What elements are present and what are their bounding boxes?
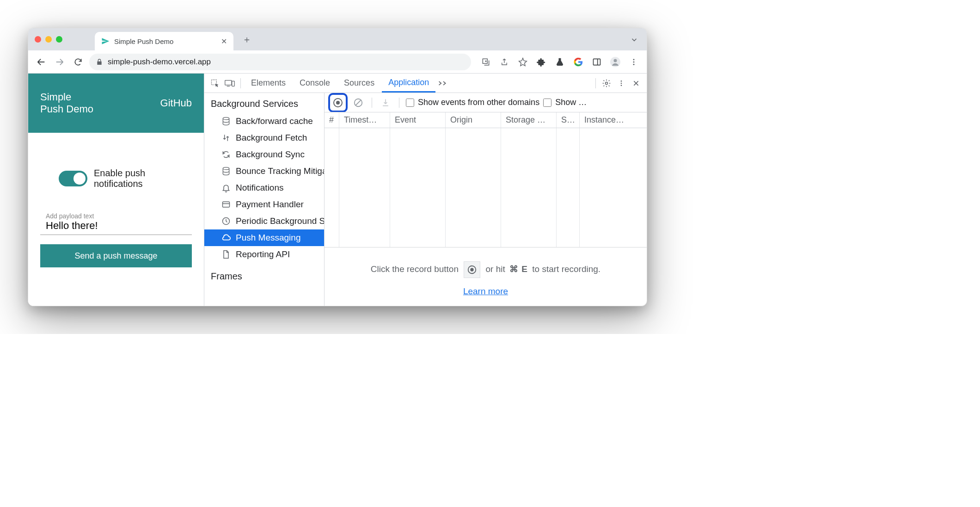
- sidebar-item-back-forward-cache[interactable]: Back/forward cache: [204, 113, 324, 130]
- sync-icon: [221, 149, 231, 160]
- sidebar-section-frames: Frames: [204, 263, 324, 285]
- back-button[interactable]: [34, 55, 49, 69]
- clock-icon: [221, 216, 231, 226]
- forward-button[interactable]: [52, 55, 67, 69]
- sidebar-item-push-messaging[interactable]: Push Messaging: [204, 229, 324, 246]
- send-push-button[interactable]: Send a push message: [40, 244, 192, 267]
- svg-point-25: [471, 268, 474, 271]
- sidebar-item-background-sync[interactable]: Background Sync: [204, 146, 324, 163]
- tab-console[interactable]: Console: [293, 74, 337, 93]
- install-app-icon[interactable]: [478, 55, 493, 69]
- svg-point-4: [633, 59, 635, 60]
- tab-elements[interactable]: Elements: [245, 74, 292, 93]
- col-sw[interactable]: S…: [557, 112, 580, 128]
- database-icon: [221, 166, 231, 176]
- col-instance[interactable]: Instance…: [580, 112, 647, 128]
- profile-avatar-icon[interactable]: [608, 55, 623, 69]
- tab-close-button[interactable]: ✕: [221, 37, 227, 46]
- devtools-action-bar: Show events from other domains Show …: [325, 93, 647, 112]
- col-event[interactable]: Event: [390, 112, 446, 128]
- show-other-domains-checkbox[interactable]: Show events from other domains: [406, 98, 539, 107]
- tab-title: Simple Push Demo: [114, 37, 216, 45]
- paper-plane-icon: [101, 37, 110, 45]
- payload-label: Add payload text: [46, 212, 186, 220]
- reload-button[interactable]: [71, 55, 86, 69]
- github-link[interactable]: GitHub: [160, 97, 192, 109]
- window-maximize-button[interactable]: [56, 36, 62, 43]
- bookmark-star-icon[interactable]: [515, 55, 530, 69]
- sidebar-item-bounce-tracking[interactable]: Bounce Tracking Mitigations: [204, 163, 324, 179]
- col-storage[interactable]: Storage …: [501, 112, 557, 128]
- browser-menu-icon[interactable]: [626, 55, 641, 69]
- sidebar-item-periodic-background[interactable]: Periodic Background Sync: [204, 213, 324, 229]
- col-origin[interactable]: Origin: [446, 112, 501, 128]
- page-header: Simple Push Demo GitHub: [28, 74, 204, 133]
- payload-field[interactable]: Add payload text: [40, 208, 192, 235]
- more-tabs-icon[interactable]: [436, 76, 450, 90]
- url-text: simple-push-demo.vercel.app: [108, 57, 211, 67]
- svg-point-16: [223, 167, 229, 170]
- devtools-main: Show events from other domains Show … # …: [325, 93, 647, 306]
- devtools-panel: Elements Console Sources Application: [204, 74, 647, 306]
- browser-window: Simple Push Demo ✕ ＋ simple-push-demo.ve…: [28, 28, 647, 306]
- address-bar[interactable]: simple-push-demo.vercel.app: [89, 54, 471, 70]
- browser-toolbar: simple-push-demo.vercel.app: [28, 50, 647, 74]
- devtools-tab-bar: Elements Console Sources Application: [204, 74, 647, 93]
- svg-rect-17: [223, 202, 230, 207]
- sidebar-item-notifications[interactable]: Notifications: [204, 179, 324, 196]
- extensions-icon[interactable]: [534, 55, 549, 69]
- download-icon[interactable]: [379, 96, 392, 110]
- events-table-body: [325, 128, 647, 247]
- new-tab-button[interactable]: ＋: [240, 32, 254, 46]
- devtools-settings-icon[interactable]: [600, 76, 613, 90]
- svg-point-14: [621, 85, 622, 86]
- svg-point-21: [336, 101, 340, 105]
- learn-more-link[interactable]: Learn more: [463, 286, 508, 296]
- page-title: Simple Push Demo: [40, 91, 93, 116]
- side-panel-icon[interactable]: [589, 55, 604, 69]
- sidebar-section-background-services: Background Services: [204, 93, 324, 113]
- svg-point-3: [614, 59, 617, 62]
- svg-point-15: [223, 117, 229, 120]
- col-num[interactable]: #: [325, 112, 339, 128]
- device-toolbar-icon[interactable]: [223, 76, 237, 90]
- browser-tab[interactable]: Simple Push Demo ✕: [95, 32, 233, 50]
- lock-icon: [96, 58, 103, 66]
- toggle-label: Enable push notifications: [94, 168, 145, 189]
- svg-line-23: [356, 100, 361, 105]
- fetch-arrows-icon: [221, 133, 231, 143]
- svg-point-12: [621, 80, 622, 82]
- database-icon: [221, 116, 231, 126]
- record-button[interactable]: [331, 96, 345, 110]
- sidebar-item-payment-handler[interactable]: Payment Handler: [204, 196, 324, 213]
- payload-input[interactable]: [46, 220, 186, 232]
- col-timestamp[interactable]: Timest…: [339, 112, 390, 128]
- devtools-close-icon[interactable]: [629, 76, 643, 90]
- devtools-sidebar: Background Services Back/forward cache B…: [204, 93, 325, 306]
- devtools-menu-icon[interactable]: [614, 76, 628, 90]
- credit-card-icon: [221, 199, 231, 210]
- tab-application[interactable]: Application: [382, 74, 435, 93]
- svg-point-13: [621, 82, 622, 84]
- document-icon: [221, 249, 231, 260]
- sidebar-item-reporting-api[interactable]: Reporting API: [204, 246, 324, 263]
- share-icon[interactable]: [497, 55, 512, 69]
- sidebar-item-background-fetch[interactable]: Background Fetch: [204, 130, 324, 146]
- labs-flask-icon[interactable]: [552, 55, 567, 69]
- traffic-lights: [35, 36, 62, 43]
- clear-button[interactable]: [351, 96, 365, 110]
- svg-point-11: [606, 82, 608, 84]
- google-icon[interactable]: [571, 55, 586, 69]
- chevron-down-icon[interactable]: [630, 36, 638, 44]
- record-icon: [464, 261, 480, 278]
- show-truncated-checkbox[interactable]: Show …: [543, 98, 587, 107]
- cloud-icon: [221, 233, 231, 243]
- window-close-button[interactable]: [35, 36, 41, 43]
- svg-rect-0: [594, 59, 600, 65]
- tab-sources[interactable]: Sources: [337, 74, 381, 93]
- enable-push-toggle[interactable]: [59, 171, 87, 186]
- inspect-element-icon[interactable]: [208, 76, 222, 90]
- page-content: Simple Push Demo GitHub Enable push noti…: [28, 74, 204, 306]
- window-minimize-button[interactable]: [45, 36, 52, 43]
- svg-rect-10: [232, 81, 235, 86]
